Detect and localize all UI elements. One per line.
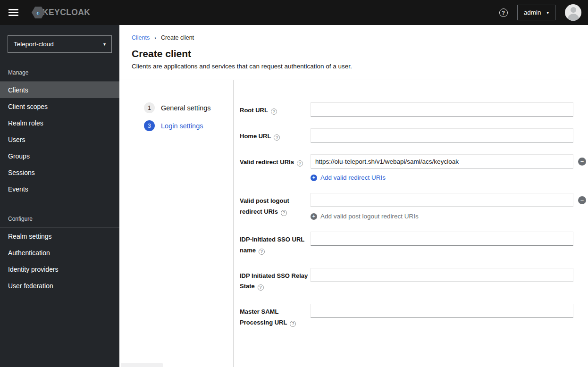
form-row-home-url: Home URL? [240, 128, 588, 142]
sidebar-item-user-federation[interactable]: User federation [0, 277, 119, 294]
field-label: Root URL? [240, 102, 311, 117]
master-saml-processing-url-input[interactable] [311, 304, 573, 318]
help-icon[interactable]: ? [290, 321, 296, 327]
breadcrumb: Clients › Create client [132, 34, 577, 41]
help-icon[interactable]: ? [499, 8, 508, 17]
field-label: Valid redirect URIs? [240, 154, 311, 181]
sidebar-item-client-scopes[interactable]: Client scopes [0, 98, 119, 115]
remove-post-logout-uri-button[interactable]: − [578, 196, 586, 204]
user-avatar[interactable] [565, 4, 581, 21]
help-icon[interactable]: ? [271, 108, 277, 115]
breadcrumb-link-clients[interactable]: Clients [132, 34, 150, 41]
step-number-badge: 1 [144, 102, 155, 113]
help-icon[interactable]: ? [259, 249, 265, 255]
page-subtitle: Clients are applications and services th… [132, 63, 577, 70]
form-row-idp-initiated-sso-relay-state: IDP Initiated SSO Relay State? [240, 268, 588, 292]
wizard-step-login-settings[interactable]: 3 Login settings [144, 120, 233, 131]
valid-redirect-uri-input[interactable] [311, 154, 573, 168]
avatar-head [571, 7, 576, 13]
field-label: IDP Initiated SSO Relay State? [240, 268, 311, 292]
idp-initiated-sso-url-name-input[interactable] [311, 232, 573, 246]
username: admin [524, 9, 541, 16]
nav-section-manage: Manage [0, 63, 119, 81]
home-url-input[interactable] [311, 128, 573, 142]
add-valid-redirect-uri-link[interactable]: + Add valid redirect URIs [311, 174, 586, 181]
chevron-down-icon: ▾ [546, 10, 549, 15]
plus-circle-icon: + [311, 175, 317, 181]
main-content: Clients › Create client Create client Cl… [119, 25, 588, 367]
form-row-valid-post-logout-redirect-uris: Valid post logout redirect URIs? − + Add… [240, 193, 588, 220]
realm-selector-dropdown[interactable]: Teleport-cloud ▾ [8, 35, 112, 53]
chevron-down-icon: ▾ [103, 42, 106, 47]
root-url-input[interactable] [311, 102, 573, 117]
cutoff-button-edge [121, 363, 163, 367]
form-row-master-saml-processing-url: Master SAML Processing URL? [240, 304, 588, 328]
login-settings-form: Root URL? Home URL? [234, 80, 588, 367]
help-icon[interactable]: ? [258, 284, 264, 291]
step-number-badge: 3 [144, 120, 155, 131]
sidebar-item-users[interactable]: Users [0, 131, 119, 148]
help-icon[interactable]: ? [281, 210, 287, 216]
sidebar-item-events[interactable]: Events [0, 181, 119, 197]
keycloak-logo[interactable]: ‹ › KEYCLOAK [32, 7, 90, 18]
avatar-torso [568, 14, 579, 21]
remove-redirect-uri-button[interactable]: − [578, 158, 586, 166]
field-label: Master SAML Processing URL? [240, 304, 311, 328]
content-body: 1 General settings 3 Login settings Root… [119, 80, 588, 367]
sidebar-item-groups[interactable]: Groups [0, 148, 119, 164]
wizard-step-general-settings[interactable]: 1 General settings [144, 102, 233, 113]
logo-right-chevron: › [38, 9, 40, 17]
post-logout-redirect-uri-input[interactable] [311, 193, 573, 207]
realm-name: Teleport-cloud [14, 41, 54, 48]
field-label: Valid post logout redirect URIs? [240, 193, 311, 220]
wizard-nav: 1 General settings 3 Login settings [119, 80, 234, 367]
masthead: ‹ › KEYCLOAK ? admin ▾ [0, 0, 588, 25]
form-row-root-url: Root URL? [240, 102, 588, 117]
field-label: Home URL? [240, 128, 311, 142]
sidebar: Teleport-cloud ▾ Manage Clients Client s… [0, 25, 119, 367]
nav-gap [0, 197, 119, 209]
sidebar-item-authentication[interactable]: Authentication [0, 244, 119, 261]
sidebar-item-clients[interactable]: Clients [0, 82, 119, 98]
help-icon[interactable]: ? [274, 134, 280, 141]
chevron-right-icon: › [154, 35, 156, 41]
help-icon[interactable]: ? [297, 160, 303, 167]
form-row-idp-initiated-sso-url-name: IDP-Initiated SSO URL name? [240, 232, 588, 256]
page-header: Clients › Create client Create client Cl… [119, 25, 588, 80]
user-menu-dropdown[interactable]: admin ▾ [517, 5, 555, 20]
masthead-right: ? admin ▾ [499, 4, 581, 21]
sidebar-item-identity-providers[interactable]: Identity providers [0, 261, 119, 277]
sidebar-item-sessions[interactable]: Sessions [0, 164, 119, 181]
page-title: Create client [132, 48, 577, 59]
brand-text: KEYCLOAK [42, 8, 90, 17]
nav-section-configure: Configure [0, 209, 119, 227]
field-label: IDP-Initiated SSO URL name? [240, 232, 311, 256]
idp-initiated-sso-relay-state-input[interactable] [311, 268, 573, 282]
plus-circle-icon: + [311, 213, 317, 220]
sidebar-item-realm-roles[interactable]: Realm roles [0, 115, 119, 131]
hamburger-menu-icon[interactable] [8, 9, 18, 16]
form-row-valid-redirect-uris: Valid redirect URIs? − + Add valid redir… [240, 154, 588, 181]
add-post-logout-redirect-uri-link[interactable]: + Add valid post logout redirect URIs [311, 213, 586, 220]
sidebar-item-realm-settings[interactable]: Realm settings [0, 228, 119, 244]
breadcrumb-current: Create client [161, 34, 194, 41]
